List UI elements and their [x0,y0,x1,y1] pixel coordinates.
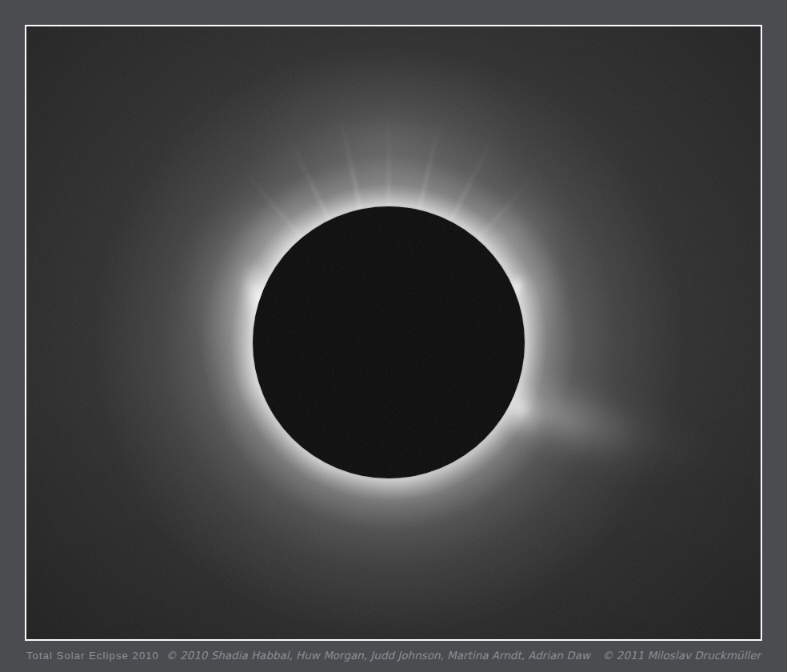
credit-2011: © 2011 Miloslav Druckmüller [602,649,761,662]
credit-2010: © 2010 Shadia Habbal, Huw Morgan, Judd J… [166,649,590,662]
photo-credits: © 2010 Shadia Habbal, Huw Morgan, Judd J… [166,649,761,662]
eclipse-photo [25,25,762,641]
caption-bar: Total Solar Eclipse 2010 © 2010 Shadia H… [26,641,761,670]
moon-disk [253,206,525,478]
eclipse-photo-page: { "page": { "background_color": "#4a4c50… [0,0,787,672]
photo-title: Total Solar Eclipse 2010 [26,650,159,662]
